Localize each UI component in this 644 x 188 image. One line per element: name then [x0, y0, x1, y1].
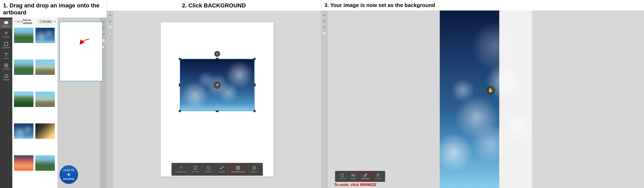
main-container: 1. Drag and drop an image onto the artbo…: [0, 0, 644, 188]
photo-thumb-road2[interactable]: [35, 92, 55, 107]
enlarge-button[interactable]: CLICK TO + ENLARGE: [60, 165, 78, 184]
sidebar-item-border[interactable]: BORDER: [0, 41, 12, 50]
section1: 1. Drag and drop an image onto the artbo…: [0, 0, 107, 188]
upload-button[interactable]: UPLOAD: [38, 20, 53, 24]
photo-thumb-mountain2[interactable]: [14, 59, 34, 75]
sidebar-theme-label: THEME: [3, 79, 10, 81]
resize-icon: [220, 166, 224, 170]
s3-tool-rotate[interactable]: ROTATE: [337, 172, 348, 180]
s3-toolbar: ↩ ↪ ✂ ⬜: [321, 11, 328, 188]
artboard: [60, 22, 103, 81]
handle-tr[interactable]: [254, 58, 256, 60]
s2-tool-rotate[interactable]: ROTATE: [189, 165, 202, 173]
handle-bl[interactable]: [179, 110, 181, 112]
back-arrow-icon: [14, 21, 16, 23]
photo-panel: BACK Recent uploads UPLOAD ×: [12, 18, 58, 188]
s3-cut-icon[interactable]: ✂: [322, 25, 327, 30]
photo-thumb-forest1[interactable]: [14, 92, 34, 107]
s2-undo-icon[interactable]: ↩: [108, 13, 112, 18]
handle-tm[interactable]: [216, 58, 219, 59]
drag-arrow-svg: [79, 37, 91, 45]
photo-thumb-road1[interactable]: [35, 59, 55, 75]
svg-rect-3: [4, 64, 6, 65]
section3-title: 3. Your image is now set as the backgrou…: [321, 0, 644, 11]
handle-mr[interactable]: [254, 84, 256, 86]
svg-point-10: [6, 76, 7, 77]
s2-tool-rotate2[interactable]: ROTATE: [202, 165, 215, 173]
s3-bottom-bar: ROTATE IMAGE MINIMIZE DELETE: [335, 171, 385, 182]
delete-icon2: [252, 166, 256, 170]
s3-tool-delete[interactable]: DELETE: [372, 172, 384, 180]
s3-copy-icon[interactable]: ⬜: [322, 31, 327, 36]
enlarge-plus-icon: +: [67, 171, 70, 178]
section1-title: 1. Drag and drop an image onto the artbo…: [0, 0, 106, 18]
sidebar-item-text[interactable]: TEXT: [0, 51, 12, 61]
s2-artboard: ↻ ✛: [161, 22, 274, 176]
close-panel-button[interactable]: ×: [54, 20, 56, 24]
handle-ml[interactable]: [179, 84, 180, 86]
sidebar-item-theme[interactable]: THEME: [0, 73, 12, 82]
svg-point-9: [5, 76, 6, 77]
background-icon: [236, 166, 240, 170]
sidebar-item-filter[interactable]: FILTER: [0, 30, 12, 39]
enlarge-bottom-text: ENLARGE: [63, 178, 74, 180]
s1-inner: PHOTO FILTER BORDER TEXT LAYOUT: [0, 18, 106, 188]
photo-thumb-mountain3[interactable]: [35, 155, 55, 171]
photo-thumb-light[interactable]: [35, 123, 55, 139]
move-handle[interactable]: ✛: [214, 81, 221, 89]
artboard-area: ↩ ↪ ✂ ⬜ 📋 +: [58, 18, 106, 188]
s3-artboard: ✋: [440, 11, 532, 188]
photo-grid: [12, 26, 58, 188]
sidebar-text-label: TEXT: [4, 57, 8, 59]
photo-thumb-mountain1[interactable]: [14, 28, 34, 43]
upload-icon: [40, 20, 42, 23]
s2-tool-resize[interactable]: RESIZE: [216, 165, 228, 173]
photo-icon: [4, 20, 8, 25]
s2-tool-panzoom[interactable]: PAN/ZOOM: [174, 165, 188, 173]
s3-artboard-wrapper: ✋ ROTATE IMAGE MINIMI: [328, 11, 644, 188]
s3-tool-minimize[interactable]: MINIMIZE: [359, 172, 372, 180]
s2-tool-background[interactable]: BACKGROUND: [229, 164, 247, 174]
panzoom-icon: [179, 166, 183, 170]
svg-point-7: [4, 74, 8, 78]
photo-thumb-sky1[interactable]: [35, 28, 55, 43]
section2: 2. Click BACKGROUND ↩ ✂ ⬜ 📋: [107, 0, 321, 188]
photo-thumb-flowers[interactable]: [14, 155, 34, 171]
sidebar-layout-label: LAYOUT: [2, 68, 10, 70]
sidebar-border-label: BORDER: [2, 47, 10, 49]
s2-copy-icon[interactable]: ⬜: [108, 25, 112, 30]
s3-rotate-icon: [340, 173, 344, 177]
back-label: BACK: [17, 20, 23, 23]
sidebar-item-photo[interactable]: PHOTO: [0, 19, 12, 29]
handle-bm[interactable]: [216, 110, 219, 112]
s3-delete-icon: [376, 173, 380, 177]
filter-icon: [4, 31, 8, 36]
s2-tool-delete[interactable]: DELETE: [248, 165, 260, 173]
layout-icon: [4, 63, 8, 68]
photo-thumb-sky2[interactable]: [14, 123, 34, 139]
border-icon: [4, 42, 8, 46]
upload-label: UPLOAD: [43, 21, 51, 23]
handle-tl[interactable]: [179, 58, 181, 60]
svg-rect-5: [4, 66, 6, 67]
s2-artboard-wrapper: ↻ ✛ PAN/ZOOM ROTATE: [113, 11, 321, 188]
text-icon: [4, 53, 8, 57]
sidebar: PHOTO FILTER BORDER TEXT LAYOUT: [0, 18, 12, 188]
s3-tool-image[interactable]: IMAGE: [348, 172, 358, 180]
s2-cut-icon[interactable]: ✂: [108, 19, 112, 24]
section3-title-text: 3. Your image is now set as the backgrou…: [324, 2, 435, 8]
s2-toolbar: ↩ ✂ ⬜ 📋: [107, 11, 113, 188]
s2-paste-icon[interactable]: 📋: [108, 31, 112, 36]
s2-image-container[interactable]: ↻ ✛: [180, 59, 254, 111]
s3-undo-icon[interactable]: ↩: [322, 13, 327, 18]
sidebar-item-layout[interactable]: LAYOUT: [0, 62, 12, 71]
photo-panel-header: BACK Recent uploads UPLOAD ×: [12, 18, 58, 26]
s3-inner: ↩ ↪ ✂ ⬜ ✋ ROTATE: [321, 11, 644, 188]
s3-redo-icon[interactable]: ↪: [322, 19, 327, 24]
rotate-handle[interactable]: ↻: [214, 51, 220, 57]
section1-title-text: 1. Drag and drop an image onto the artbo…: [3, 2, 100, 16]
back-button[interactable]: BACK: [14, 20, 23, 23]
s2-bottom-toolbar: PAN/ZOOM ROTATE ROTATE RESIZE: [172, 163, 263, 176]
rotate-icon2: [194, 166, 198, 170]
handle-br[interactable]: [254, 110, 256, 112]
